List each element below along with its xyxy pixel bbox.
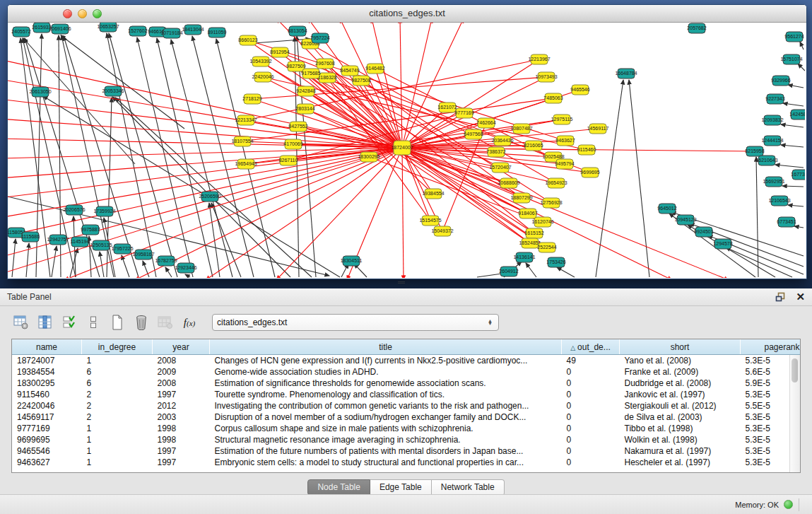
graph-node-yellow[interactable]: 2522544 — [537, 243, 556, 252]
graph-node-yellow[interactable]: 10973493 — [535, 72, 557, 82]
graph-node-teal[interactable]: 20053346 — [102, 86, 124, 96]
graph-edge[interactable] — [400, 23, 402, 148]
minimize-window-icon[interactable] — [78, 9, 87, 18]
table-row[interactable]: 946554611997Estimation of the future num… — [12, 445, 801, 457]
network-window-titlebar[interactable]: citations_edges.txt — [8, 5, 806, 23]
table-row[interactable]: 946362711997Embryonic stem cells: a mode… — [12, 457, 801, 468]
graph-node-teal[interactable]: 10653257 — [97, 23, 119, 32]
graph-node-yellow[interactable]: 8216065 — [524, 141, 543, 151]
graph-edge[interactable] — [52, 246, 57, 277]
table-row[interactable]: 977716911998Corpus callosum shape and si… — [12, 423, 801, 434]
graph-node-teal[interactable]: 18304511 — [341, 256, 363, 266]
graph-node-yellow[interactable]: 12756928 — [540, 198, 562, 208]
table-cell[interactable]: de Silva et al. (2003) — [620, 411, 741, 423]
graph-edge[interactable] — [756, 157, 758, 277]
table-cell[interactable]: Jankovic et al. (1997) — [620, 389, 741, 400]
column-header-year[interactable]: year — [153, 339, 210, 355]
table-cell[interactable]: 18724007 — [12, 355, 82, 367]
table-cell[interactable]: 6 — [82, 366, 153, 378]
table-cell[interactable]: Corpus callosum shape and size in male p… — [210, 423, 562, 434]
graph-node-teal[interactable]: 8215958 — [745, 146, 764, 156]
graph-node-teal[interactable]: 1115686 — [21, 232, 40, 242]
table-cell[interactable]: 0 — [562, 389, 620, 400]
graph-node-yellow[interactable]: 2718129 — [242, 94, 261, 104]
graph-node-teal[interactable]: 20613050 — [29, 87, 51, 97]
graph-node-yellow[interactable]: 9184067 — [518, 209, 537, 218]
table-cell[interactable]: Wolkin et al. (1998) — [620, 434, 741, 445]
graph-edge[interactable] — [209, 203, 220, 277]
graph-edge[interactable] — [783, 103, 804, 106]
graph-node-teal[interactable]: 2604912 — [499, 267, 518, 276]
graph-node-yellow[interactable]: 9777169 — [454, 108, 473, 118]
table-row[interactable]: 2242004622012Investigating the contribut… — [12, 400, 801, 411]
graph-node-yellow[interactable]: 8660123 — [238, 35, 257, 45]
table-cell[interactable]: 18300295 — [12, 378, 82, 389]
graph-node-yellow[interactable]: 12213967 — [528, 54, 550, 64]
table-cell[interactable]: 9699695 — [12, 434, 82, 445]
table-cell[interactable]: 0 — [562, 378, 620, 389]
graph-node-yellow[interactable]: 8427552 — [288, 122, 307, 132]
table-vertical-scrollbar[interactable] — [789, 355, 800, 472]
table-cell[interactable]: Tourette syndrome. Phenomenology and cla… — [210, 389, 562, 400]
table-cell[interactable]: Changes of HCN gene expression and I(f) … — [210, 355, 562, 367]
memory-ok-indicator[interactable] — [784, 500, 793, 509]
table-cell[interactable]: 0 — [562, 445, 620, 457]
graph-edge[interactable] — [526, 263, 536, 277]
graph-node-yellow[interactable]: 9699695 — [580, 168, 599, 177]
table-cell[interactable]: Franke et al. (2009) — [620, 366, 741, 378]
graph-node-yellow[interactable]: 18300295 — [358, 152, 379, 162]
table-cell[interactable]: 9465546 — [12, 445, 82, 457]
table-cell[interactable]: 1997 — [153, 445, 210, 457]
tab-edge-table[interactable]: Edge Table — [370, 479, 432, 496]
graph-node-teal[interactable]: 10719184 — [160, 28, 182, 38]
table-cell[interactable]: Investigating the contribution of common… — [210, 400, 562, 411]
graph-node-teal[interactable]: 8813054 — [288, 26, 307, 36]
close-window-icon[interactable] — [63, 9, 72, 18]
graph-node-teal[interactable]: 2057682 — [687, 23, 706, 33]
graph-node-yellow[interactable]: 22420046 — [252, 72, 273, 82]
graph-node-teal[interactable]: 12505135 — [90, 240, 112, 250]
graph-node-teal[interactable]: 1294578 — [713, 239, 732, 249]
table-row[interactable]: 1938455462009Genome-wide association stu… — [12, 366, 801, 378]
table-cell[interactable]: 9777169 — [12, 423, 82, 434]
table-cell[interactable]: Hescheler et al. (1997) — [620, 457, 741, 468]
graph-node-teal[interactable]: 17359924 — [93, 206, 115, 216]
table-cell[interactable]: 2008 — [153, 355, 210, 367]
graph-edge[interactable] — [26, 243, 29, 277]
table-cell[interactable]: 1998 — [153, 423, 210, 434]
graph-node-teal[interactable]: 8911059 — [208, 28, 227, 37]
graph-edge[interactable] — [788, 85, 804, 88]
table-cell[interactable]: 0 — [562, 411, 620, 423]
graph-node-yellow[interactable]: 9827508 — [351, 76, 370, 86]
graph-node-teal[interactable]: 15692951 — [763, 177, 784, 187]
table-cell[interactable]: 1998 — [153, 434, 210, 445]
table-row[interactable]: 1872400712008Changes of HCN gene express… — [12, 355, 801, 367]
graph-node-teal[interactable]: 25206590 — [199, 192, 220, 201]
graph-node-yellow[interactable]: 10807487 — [510, 124, 532, 134]
graph-edge[interactable] — [12, 239, 16, 277]
graph-node-yellow[interactable]: 18724007 — [391, 141, 413, 155]
zoom-window-icon[interactable] — [93, 9, 102, 18]
table-cell[interactable]: Estimation of significance thresholds fo… — [210, 378, 562, 389]
table-cell[interactable]: 1997 — [153, 457, 210, 468]
float-window-icon[interactable] — [775, 292, 786, 302]
graph-edge[interactable] — [369, 157, 543, 222]
table-cell[interactable]: 0 — [562, 434, 620, 445]
table-cell[interactable]: 2 — [82, 400, 153, 411]
graph-edge[interactable] — [775, 165, 804, 168]
graph-node-yellow[interactable]: 7485063 — [543, 93, 563, 103]
close-icon[interactable]: ✕ — [796, 292, 805, 302]
graph-edge[interactable] — [798, 64, 805, 71]
graph-node-yellow[interactable]: 20364436 — [491, 136, 513, 146]
column-header-out_de[interactable]: △out_de... — [562, 339, 620, 355]
graph-edge[interactable] — [781, 124, 804, 127]
graph-node-yellow[interactable]: 19654943 — [235, 159, 257, 169]
graph-node-yellow[interactable]: 18807299 — [510, 193, 532, 203]
table-cell[interactable]: 1 — [82, 445, 153, 457]
scrollbar-thumb[interactable] — [792, 358, 798, 382]
table-cell[interactable]: 0 — [562, 423, 620, 434]
graph-node-teal[interactable]: 1424585 — [789, 110, 805, 119]
graph-edge[interactable] — [596, 80, 623, 277]
graph-node-yellow[interactable]: 6497568 — [464, 129, 483, 139]
graph-node-yellow[interactable]: 2803144 — [295, 104, 314, 114]
